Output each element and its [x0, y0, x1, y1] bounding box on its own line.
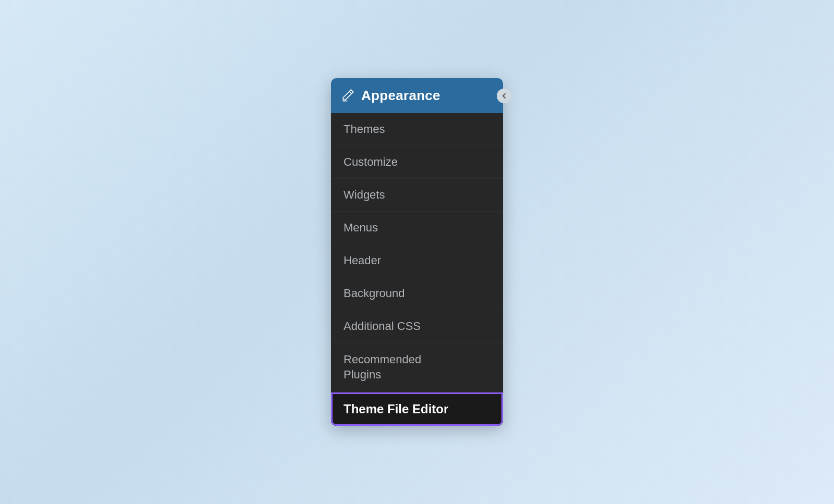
sidebar-item-header[interactable]: Header	[331, 244, 503, 277]
appearance-icon	[341, 89, 355, 103]
sidebar-item-themes[interactable]: Themes	[331, 113, 503, 146]
menu-header: Appearance	[331, 78, 503, 113]
sidebar-item-widgets[interactable]: Widgets	[331, 179, 503, 212]
menu-body: Themes Customize Widgets Menus Header Ba…	[331, 113, 503, 425]
collapse-button[interactable]	[497, 89, 511, 103]
sidebar-item-menus[interactable]: Menus	[331, 212, 503, 244]
sidebar-item-recommended-plugins[interactable]: RecommendedPlugins	[331, 343, 503, 392]
appearance-menu: Appearance Themes Customize Widgets Menu…	[331, 78, 503, 425]
menu-header-title: Appearance	[361, 88, 440, 104]
sidebar-item-theme-file-editor[interactable]: Theme File Editor	[331, 392, 503, 426]
sidebar-item-background[interactable]: Background	[331, 277, 503, 310]
sidebar-item-additional-css[interactable]: Additional CSS	[331, 310, 503, 343]
sidebar-item-customize[interactable]: Customize	[331, 146, 503, 179]
